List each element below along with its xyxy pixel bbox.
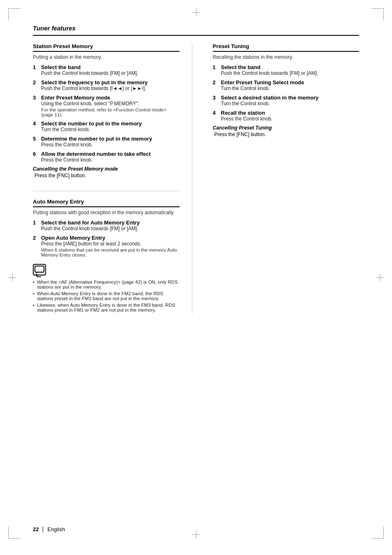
cross-left-center [8, 273, 16, 282]
corner-mark-bottom-right [371, 526, 384, 539]
preset-step-4: 4 Recall the station Press the Control k… [213, 110, 360, 122]
step-3-desc: Using the Control knob, select "P.MEMORY… [41, 101, 180, 106]
station-step-3: 3 Enter Preset Memory mode Using the Con… [33, 95, 180, 117]
station-step-4: 4 Select the number to put in the memory… [33, 120, 180, 132]
step-4-title: Select the number to put in the memory [41, 120, 180, 127]
preset-step-3: 3 Select a desired station in the memory… [213, 95, 360, 106]
preset-tuning-section: Preset Tuning Recalling the stations in … [213, 43, 360, 137]
preset-step-3-title: Select a desired station in the memory [221, 95, 360, 101]
preset-tuning-subtitle: Recalling the stations in the memory. [213, 54, 360, 60]
step-2-desc: Push the Control knob towards [I◄◄] or [… [41, 86, 180, 91]
note-bullet-2: When Auto Memory Entry is done in the FM… [33, 291, 180, 301]
preset-step-1-title: Select the band [221, 64, 360, 70]
step-num-4: 4 [33, 120, 39, 127]
corner-mark-top-right [371, 8, 384, 21]
auto-step-2-extra: When 6 stations that can be received are… [41, 247, 180, 257]
preset-step-3-desc: Turn the Control knob. [221, 101, 360, 106]
auto-step-1: 1 Select the band for Auto Memory Entry … [33, 220, 180, 231]
station-step-1: 1 Select the band Push the Control knob … [33, 64, 180, 76]
step-1-desc: Push the Control knob towards [FM] or [A… [41, 70, 180, 76]
note-icon-svg [35, 266, 44, 274]
preset-step-1-desc: Push the Control knob towards [FM] or [A… [221, 70, 360, 76]
step-1-title: Select the band [41, 64, 180, 70]
cancel-preset-title: Cancelling the Preset Memory mode [33, 166, 180, 172]
step-3-extra: For the operation method, refer to <Func… [41, 107, 180, 117]
svg-rect-0 [35, 266, 44, 272]
auto-memory-heading: Auto Memory Entry [33, 199, 180, 207]
preset-tuning-steps: 1 Select the band Push the Control knob … [213, 64, 360, 122]
auto-memory-subtitle: Putting stations with good reception in … [33, 210, 180, 215]
auto-step-num-2: 2 [33, 235, 39, 241]
auto-memory-section: Auto Memory Entry Putting stations with … [33, 191, 180, 312]
step-num-2: 2 [33, 79, 39, 86]
page-number: 22 [33, 526, 39, 532]
station-preset-heading: Station Preset Memory [33, 43, 180, 52]
preset-step-4-desc: Press the Control knob. [221, 116, 360, 122]
preset-step-1: 1 Select the band Push the Control knob … [213, 64, 360, 76]
station-preset-section: Station Preset Memory Putting a station … [33, 43, 180, 178]
left-column: Station Preset Memory Putting a station … [33, 43, 192, 314]
preset-step-2: 2 Enter Preset Tuning Select mode Turn t… [213, 79, 360, 91]
station-step-6: 6 Allow the determined number to take ef… [33, 151, 180, 163]
auto-memory-steps: 1 Select the band for Auto Memory Entry … [33, 220, 180, 257]
station-preset-subtitle: Putting a station in the memory. [33, 54, 180, 60]
cross-top-center [192, 8, 200, 16]
station-step-5: 5 Determine the number to put in the mem… [33, 136, 180, 148]
corner-mark-bottom-left [8, 526, 21, 539]
cancel-tuning-desc: Press the [FNC] button. [213, 132, 360, 137]
footer-divider [43, 527, 43, 532]
footer-language: English [47, 526, 65, 532]
preset-step-2-title: Enter Preset Tuning Select mode [221, 79, 360, 86]
step-4-desc: Turn the Control knob. [41, 127, 180, 132]
preset-tuning-heading: Preset Tuning [213, 43, 360, 52]
note-bullet-1: When the <AF (Alternative Frequency)> (p… [33, 280, 180, 289]
corner-mark-top-left [8, 8, 21, 21]
step-num-1: 1 [33, 64, 39, 70]
note-bullets: When the <AF (Alternative Frequency)> (p… [33, 280, 180, 312]
cancel-tuning-title: Cancelling Preset Tuning [213, 125, 360, 131]
preset-step-4-title: Recall the station [221, 110, 360, 116]
auto-step-2: 2 Open Auto Memory Entry Press the [AME]… [33, 235, 180, 257]
station-preset-steps: 1 Select the band Push the Control knob … [33, 64, 180, 163]
page: Tuner features Station Preset Memory Put… [0, 0, 392, 555]
step-5-desc: Press the Control knob. [41, 142, 180, 148]
step-5-title: Determine the number to put in the memor… [41, 136, 180, 142]
page-footer: 22 English [33, 526, 65, 532]
auto-step-2-desc: Press the [AME] button for at least 2 se… [41, 241, 180, 247]
preset-step-2-desc: Turn the Control knob. [221, 86, 360, 91]
preset-step-num-3: 3 [213, 95, 219, 101]
auto-step-1-desc: Push the Control knob towards [FM] or [A… [41, 226, 180, 231]
step-2-title: Select the frequency to put in the memor… [41, 79, 180, 86]
step-num-5: 5 [33, 136, 39, 142]
note-icon [33, 264, 46, 275]
section-title: Tuner features [33, 25, 359, 36]
step-6-desc: Press the Control knob. [41, 157, 180, 163]
cross-right-center [376, 273, 384, 282]
step-num-3: 3 [33, 95, 39, 101]
auto-step-1-title: Select the band for Auto Memory Entry [41, 220, 180, 226]
cross-bottom-center [192, 530, 200, 539]
station-step-2: 2 Select the frequency to put in the mem… [33, 79, 180, 91]
step-3-title: Enter Preset Memory mode [41, 95, 180, 101]
preset-step-num-4: 4 [213, 110, 219, 116]
right-column: Preset Tuning Recalling the stations in … [209, 43, 360, 314]
auto-step-num-1: 1 [33, 220, 39, 226]
auto-step-2-title: Open Auto Memory Entry [41, 235, 180, 241]
step-6-title: Allow the determined number to take effe… [41, 151, 180, 157]
preset-step-num-1: 1 [213, 64, 219, 70]
preset-step-num-2: 2 [213, 79, 219, 86]
note-bullet-3: Likewise, when Auto Memory Entry is done… [33, 303, 180, 312]
two-column-layout: Station Preset Memory Putting a station … [33, 43, 359, 314]
cancel-preset-desc: Press the [FNC] button. [33, 173, 180, 178]
step-num-6: 6 [33, 151, 39, 157]
